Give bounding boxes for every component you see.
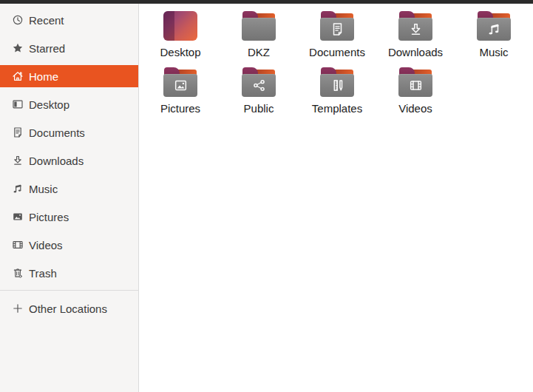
share-emblem	[242, 74, 276, 97]
sidebar-item-label: Downloads	[29, 155, 84, 167]
folder-icon	[163, 67, 197, 97]
sidebar-item-label: Starred	[29, 42, 65, 55]
sidebar-item-desktop[interactable]: Desktop	[0, 93, 138, 115]
sidebar-item-videos[interactable]: Videos	[0, 234, 138, 256]
file-label: DKZ	[248, 46, 270, 59]
sidebar: Recent Starred Home Desktop Documents Do…	[0, 4, 139, 392]
folder-icon	[398, 11, 432, 41]
folder-icon	[320, 11, 354, 41]
trash-icon	[12, 267, 24, 279]
videos-icon	[12, 239, 24, 251]
sidebar-item-label: Recent	[29, 14, 64, 27]
file-item-downloads[interactable]: Downloads	[376, 11, 455, 67]
file-label: Music	[479, 46, 508, 59]
picture-emblem	[163, 74, 197, 97]
star-icon	[12, 42, 24, 54]
sidebar-item-downloads[interactable]: Downloads	[0, 149, 138, 172]
music-icon	[12, 183, 24, 195]
sidebar-item-label: Videos	[29, 239, 63, 251]
film-emblem	[398, 74, 432, 97]
sidebar-item-other-locations[interactable]: Other Locations	[0, 297, 138, 320]
sidebar-item-label: Home	[29, 70, 58, 83]
sidebar-item-home[interactable]: Home	[0, 65, 138, 87]
sidebar-item-label: Other Locations	[29, 303, 107, 315]
clock-icon	[12, 14, 24, 26]
file-label: Documents	[309, 46, 365, 59]
plus-icon	[12, 303, 24, 314]
music-emblem	[477, 18, 511, 41]
desktop-gradient-icon	[163, 11, 197, 41]
pictures-icon	[12, 211, 24, 223]
sidebar-item-pictures[interactable]: Pictures	[0, 206, 138, 228]
file-item-music[interactable]: Music	[455, 11, 533, 67]
file-label: Pictures	[160, 102, 200, 115]
file-label: Videos	[398, 102, 432, 115]
file-item-desktop[interactable]: Desktop	[141, 11, 220, 67]
file-item-dkz[interactable]: DKZ	[220, 11, 298, 67]
folder-icon	[242, 67, 276, 97]
sidebar-places-list: Recent Starred Home Desktop Documents Do…	[0, 9, 138, 290]
sidebar-item-trash[interactable]: Trash	[0, 262, 138, 284]
folder-icon	[477, 11, 511, 41]
templates-emblem	[320, 74, 354, 97]
file-label: Templates	[312, 102, 362, 115]
file-grid: Desktop DKZ Documents Downloads Music Pi…	[139, 4, 533, 392]
sidebar-item-label: Desktop	[29, 98, 69, 111]
document-emblem	[320, 18, 354, 41]
home-icon	[12, 70, 24, 82]
window-content: Recent Starred Home Desktop Documents Do…	[0, 4, 533, 392]
sidebar-separator	[0, 290, 138, 291]
folder-icon	[398, 67, 432, 97]
folder-icon	[242, 11, 276, 41]
file-item-documents[interactable]: Documents	[298, 11, 376, 67]
file-item-videos[interactable]: Videos	[376, 67, 455, 124]
sidebar-item-documents[interactable]: Documents	[0, 121, 138, 143]
file-item-templates[interactable]: Templates	[298, 67, 376, 124]
file-label: Downloads	[388, 46, 443, 59]
documents-icon	[12, 126, 24, 138]
sidebar-item-label: Documents	[29, 126, 85, 139]
sidebar-item-label: Pictures	[29, 211, 69, 223]
sidebar-item-music[interactable]: Music	[0, 178, 138, 200]
file-label: Public	[244, 102, 274, 115]
folder-icon	[320, 67, 354, 97]
sidebar-item-label: Trash	[29, 267, 57, 280]
sidebar-item-recent[interactable]: Recent	[0, 9, 138, 31]
sidebar-item-starred[interactable]: Starred	[0, 37, 138, 59]
file-manager-window: Recent Starred Home Desktop Documents Do…	[0, 0, 533, 392]
sidebar-item-label: Music	[29, 183, 58, 195]
downloads-icon	[12, 155, 24, 166]
file-item-public[interactable]: Public	[220, 67, 298, 124]
desktop-icon	[12, 98, 24, 110]
download-emblem	[398, 18, 432, 41]
file-label: Desktop	[160, 46, 200, 59]
folder-body	[242, 18, 276, 41]
file-item-pictures[interactable]: Pictures	[141, 67, 220, 124]
